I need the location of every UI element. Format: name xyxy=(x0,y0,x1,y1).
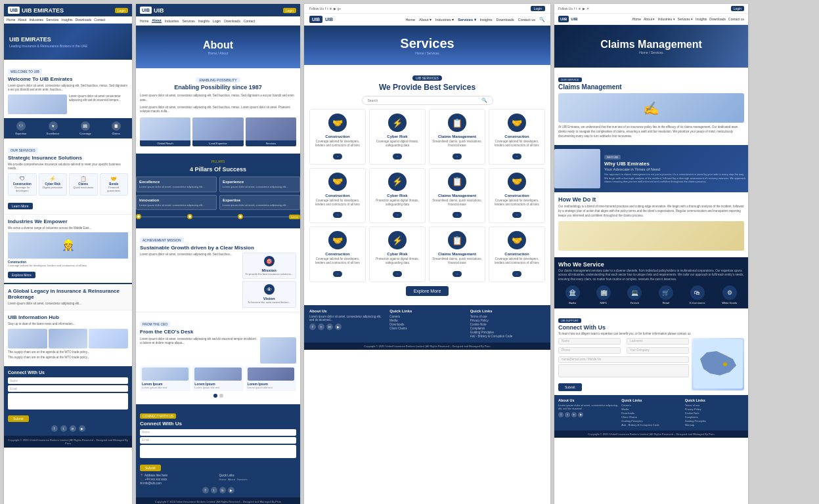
p4-nav-insights[interactable]: Insights xyxy=(696,17,707,21)
p1-nav-about[interactable]: About xyxy=(18,18,26,22)
p1-login-btn[interactable]: Login xyxy=(115,8,128,13)
p4-footer-complaints[interactable]: Complaints xyxy=(685,415,744,419)
p3-footer-fb[interactable]: f xyxy=(309,324,316,330)
p4-login-btn[interactable]: Login xyxy=(731,6,744,11)
p3-footer-in[interactable]: in xyxy=(326,324,333,330)
p3-search-icon[interactable]: 🔍 xyxy=(539,17,545,22)
p3-claims-btn1[interactable]: → xyxy=(453,154,462,159)
p1-message-field[interactable] xyxy=(8,393,128,410)
p3-claims-btn3[interactable]: → xyxy=(453,271,462,277)
p3-nav-insights[interactable]: Insights xyxy=(480,18,493,22)
p3-service-cyber-2[interactable]: ⚡ Cyber Risk Protection against digital … xyxy=(369,168,426,224)
p3-service-construction-4[interactable]: 🤝 Construction Coverage tailored for dev… xyxy=(489,168,545,224)
p1-facebook-icon[interactable]: f xyxy=(51,425,58,432)
p4-nav-home[interactable]: Home xyxy=(632,17,641,21)
p3-service-construction-2[interactable]: 🤝 Construction Coverage tailored for dev… xyxy=(489,109,545,165)
p3-cyber-btn2[interactable]: → xyxy=(393,212,402,218)
p4-footer-in[interactable]: in xyxy=(571,412,577,417)
p4-company-field[interactable]: Your Company xyxy=(627,347,689,354)
p4-x-icon[interactable]: ✕ xyxy=(587,7,589,10)
p3-construction-btn5[interactable]: → xyxy=(333,271,342,277)
p3-explore-btn[interactable]: Explore More xyxy=(406,286,449,296)
p3-footer-careers[interactable]: Careers xyxy=(389,315,464,318)
p3-service-claims-3[interactable]: 📋 Claims Management Streamlined claims, … xyxy=(429,226,485,282)
p1-nav-home[interactable]: Home xyxy=(7,18,15,22)
p4-who-retail[interactable]: 🛒 Retail xyxy=(659,285,673,304)
p3-construction-btn3[interactable]: → xyxy=(333,212,342,218)
p1-card-bonds[interactable]: 🤝 Bonds Financial guarantees xyxy=(100,173,129,195)
p2-message-field[interactable] xyxy=(140,445,296,458)
p4-footer-careers[interactable]: Careers xyxy=(621,404,680,407)
p1-card-claims[interactable]: 📋 Claims Quick resolutions xyxy=(69,173,98,195)
p4-nav-contact[interactable]: Contact us xyxy=(728,17,744,21)
p1-email-field[interactable]: Email xyxy=(8,385,128,392)
p4-name-field[interactable]: Name xyxy=(558,338,621,345)
p3-service-claims-2[interactable]: 📋 Claims Management Streamlined claims, … xyxy=(429,168,485,224)
p1-youtube-icon[interactable]: ▶ xyxy=(79,425,85,432)
p2-linkedin-icon[interactable]: in xyxy=(219,487,226,494)
p4-who-banks[interactable]: 🏦 Banks xyxy=(565,285,580,304)
p2-nav-downloads[interactable]: Downloads xyxy=(224,19,240,23)
p3-service-claims-1[interactable]: 📋 Claims Management Streamlined claims, … xyxy=(429,109,485,165)
p3-footer-cookie[interactable]: Cookie Note xyxy=(470,323,545,326)
p3-in-icon[interactable]: in xyxy=(330,7,332,10)
p3-service-cyber-1[interactable]: ⚡ Cyber Risk Coverage against digital th… xyxy=(369,109,426,165)
p2-twitter-icon[interactable]: t xyxy=(211,487,217,494)
p3-construction-btn1[interactable]: → xyxy=(333,154,342,159)
p3-footer-terms[interactable]: Terms of use xyxy=(470,315,545,318)
p1-nav-insights[interactable]: Insights xyxy=(61,18,72,22)
p4-lastname-field[interactable]: Lastname xyxy=(627,338,689,345)
p2-nav-home[interactable]: Home xyxy=(140,19,148,23)
p3-footer-tw[interactable]: t xyxy=(318,324,324,330)
p3-cyber-btn3[interactable]: → xyxy=(393,271,402,277)
p2-dot2[interactable] xyxy=(219,394,223,398)
p4-footer-anti[interactable]: Anti - Bribery & Corruption Code xyxy=(621,423,680,427)
p1-linkedin-icon[interactable]: in xyxy=(70,425,76,432)
p2-dot1[interactable] xyxy=(213,394,217,398)
p3-claims-btn2[interactable]: → xyxy=(453,212,462,218)
p3-gp-icon[interactable]: g+ xyxy=(338,7,342,10)
p2-vision-card[interactable]: 👁 Vision To become the most trusted brok… xyxy=(242,281,297,307)
p4-footer-claims[interactable]: Client Claims xyxy=(621,415,680,419)
p2-youtube-icon[interactable]: ▶ xyxy=(228,487,234,494)
p2-nav-login[interactable]: Login xyxy=(213,19,221,23)
p1-card-construction[interactable]: 🛡 Construction Coverage for developers xyxy=(8,173,37,195)
p4-nav-industries[interactable]: Industries ▾ xyxy=(657,17,675,21)
p3-construction-btn2[interactable]: → xyxy=(512,154,521,159)
p3-footer-guiding[interactable]: Guiding Principles xyxy=(470,331,545,334)
p2-nav-insights[interactable]: Insights xyxy=(198,19,210,23)
p2-facebook-icon[interactable]: f xyxy=(202,487,209,494)
p4-footer-media[interactable]: Media xyxy=(621,408,680,411)
p2-mission-card[interactable]: 🎯 Mission To provide the best insurance … xyxy=(242,253,297,279)
p3-search-bar[interactable]: 🔍 xyxy=(362,96,493,105)
p1-card-cyber[interactable]: ⚡ Cyber Risk Digital protection xyxy=(39,173,68,195)
p3-footer-downloads[interactable]: Downloads xyxy=(389,323,464,326)
p3-yt-icon[interactable]: ▶ xyxy=(334,7,336,10)
p3-footer-claims[interactable]: Client Claims xyxy=(389,327,464,330)
p3-service-construction-6[interactable]: 🤝 Construction Coverage tailored for dev… xyxy=(489,226,545,282)
p1-learn-more-btn[interactable]: Learn More xyxy=(8,203,33,209)
p4-yt-icon[interactable]: ▶ xyxy=(583,7,585,10)
p3-cyber-btn1[interactable]: → xyxy=(393,154,402,159)
p2-submit-btn[interactable]: Submit xyxy=(140,465,161,471)
p4-tw-icon[interactable]: t xyxy=(576,7,577,10)
p3-service-construction-1[interactable]: 🤝 Construction Coverage tailored for dev… xyxy=(309,109,366,165)
p3-footer-anti[interactable]: Anti - Bribery & Corruption Code xyxy=(470,335,545,338)
p1-submit-btn[interactable]: Submit xyxy=(8,415,29,422)
p2-nav-about[interactable]: About xyxy=(152,18,161,23)
p2-nav-services[interactable]: Services xyxy=(182,19,194,23)
p3-tw-icon[interactable]: t xyxy=(327,7,328,10)
p3-construction-btn6[interactable]: → xyxy=(512,271,521,277)
p2-name-field[interactable]: Name xyxy=(140,429,296,436)
p3-service-construction-5[interactable]: 🤝 Construction Coverage tailored for dev… xyxy=(309,226,366,282)
p1-twitter-icon[interactable]: t xyxy=(60,425,67,432)
p4-footer-tw[interactable]: t xyxy=(565,412,570,417)
p4-footer-cookie[interactable]: Cookie Note xyxy=(685,411,744,415)
p1-name-field[interactable]: Name xyxy=(8,377,128,384)
p3-footer-complaints[interactable]: Complaints xyxy=(470,327,545,330)
p3-nav-contact[interactable]: Contact us xyxy=(518,18,535,22)
p3-footer-yt[interactable]: ▶ xyxy=(335,324,342,330)
p4-footer-sitemap[interactable]: Sitemap xyxy=(685,423,744,427)
p3-nav-downloads[interactable]: Downloads xyxy=(496,18,514,22)
p4-footer-guiding2[interactable]: Guiding Principles xyxy=(685,419,744,423)
